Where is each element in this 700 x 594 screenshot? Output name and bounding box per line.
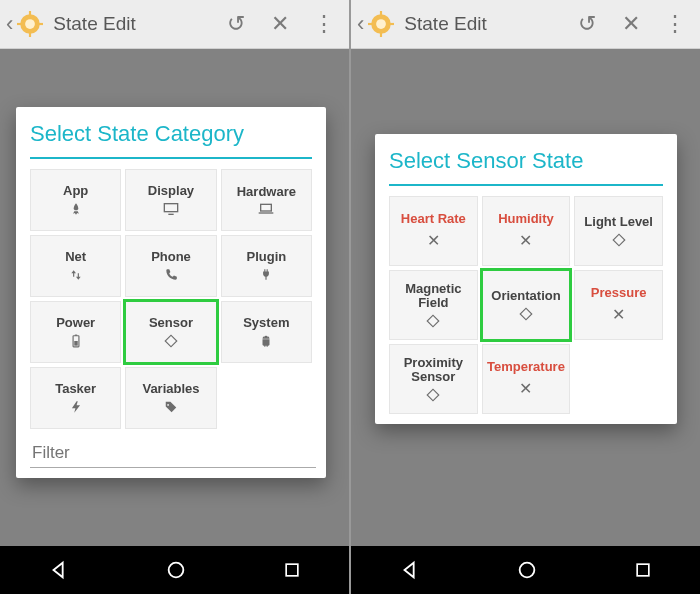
svg-point-1 (25, 19, 35, 29)
close-icon[interactable]: ✕ (612, 11, 650, 37)
sensor-temperature[interactable]: Temperature ✕ (482, 344, 571, 414)
page-title: State Edit (53, 13, 211, 35)
unavailable-icon: ✕ (519, 231, 532, 250)
nav-home-icon[interactable] (516, 559, 538, 581)
tasker-app-icon (368, 11, 394, 37)
tasker-app-icon (17, 11, 43, 37)
category-grid: App Display Hardware Net (30, 169, 312, 429)
svg-rect-4 (17, 23, 21, 25)
sensor-humidity[interactable]: Humidity ✕ (482, 196, 571, 266)
android-icon (259, 334, 273, 348)
undo-icon[interactable]: ↺ (568, 11, 606, 37)
svg-rect-21 (390, 23, 394, 25)
svg-rect-11 (74, 335, 76, 336)
category-variables[interactable]: Variables (125, 367, 216, 429)
phone-icon (164, 268, 178, 282)
sensor-heart-rate[interactable]: Heart Rate ✕ (389, 196, 478, 266)
svg-rect-2 (29, 11, 31, 15)
unavailable-icon: ✕ (519, 379, 532, 398)
nav-recent-icon[interactable] (282, 560, 302, 580)
laptop-icon (258, 203, 274, 215)
monitor-icon (163, 202, 179, 216)
nav-back-icon[interactable] (399, 559, 421, 581)
sensor-icon (612, 233, 626, 247)
back-icon[interactable]: ‹ (6, 11, 13, 37)
category-plugin[interactable]: Plugin (221, 235, 312, 297)
sensor-magnetic-field[interactable]: Magnetic Field (389, 270, 478, 340)
category-app[interactable]: App (30, 169, 121, 231)
nav-back-icon[interactable] (48, 559, 70, 581)
category-net[interactable]: Net (30, 235, 121, 297)
sensor-icon (519, 307, 533, 321)
svg-rect-8 (261, 204, 272, 211)
svg-rect-3 (29, 33, 31, 37)
page-title: State Edit (404, 13, 562, 35)
svg-rect-12 (74, 341, 78, 346)
state-category-dialog: Select State Category App Display Hardwa… (16, 107, 326, 478)
lightning-icon (70, 400, 82, 414)
dialog-title: Select Sensor State (389, 148, 663, 174)
tag-icon (164, 400, 178, 414)
svg-point-26 (519, 563, 534, 578)
topbar: ‹ State Edit ↺ ✕ ⋮ (351, 0, 700, 49)
category-tasker[interactable]: Tasker (30, 367, 121, 429)
sensor-state-dialog: Select Sensor State Heart Rate ✕ Humidit… (375, 134, 677, 424)
dialog-title: Select State Category (30, 121, 312, 147)
svg-rect-24 (520, 308, 532, 320)
sensor-icon (164, 334, 178, 348)
svg-rect-23 (428, 316, 440, 328)
rocket-icon (69, 202, 83, 216)
nav-home-icon[interactable] (165, 559, 187, 581)
svg-rect-5 (39, 23, 43, 25)
transfer-icon (70, 268, 82, 282)
more-icon[interactable]: ⋮ (656, 11, 694, 37)
svg-rect-13 (165, 335, 177, 347)
unavailable-icon: ✕ (612, 305, 625, 324)
filter-input[interactable] (30, 439, 316, 468)
category-hardware[interactable]: Hardware (221, 169, 312, 231)
divider (389, 184, 663, 186)
svg-rect-25 (428, 390, 440, 402)
sensor-pressure[interactable]: Pressure ✕ (574, 270, 663, 340)
undo-icon[interactable]: ↺ (217, 11, 255, 37)
category-sensor[interactable]: Sensor (125, 301, 216, 363)
svg-rect-18 (380, 11, 382, 15)
close-icon[interactable]: ✕ (261, 11, 299, 37)
category-power[interactable]: Power (30, 301, 121, 363)
svg-rect-15 (286, 564, 298, 576)
sensor-proximity[interactable]: Proximity Sensor (389, 344, 478, 414)
sensor-icon (426, 388, 440, 402)
battery-icon (71, 334, 81, 348)
svg-point-17 (376, 19, 386, 29)
divider (30, 157, 312, 159)
svg-rect-20 (368, 23, 372, 25)
svg-rect-22 (613, 234, 625, 246)
more-icon[interactable]: ⋮ (305, 11, 343, 37)
svg-point-14 (168, 563, 183, 578)
sensor-light-level[interactable]: Light Level (574, 196, 663, 266)
svg-rect-19 (380, 33, 382, 37)
svg-rect-6 (164, 204, 177, 212)
sensor-grid: Heart Rate ✕ Humidity ✕ Light Level Magn… (389, 196, 663, 414)
category-display[interactable]: Display (125, 169, 216, 231)
android-navbar (0, 546, 349, 594)
topbar: ‹ State Edit ↺ ✕ ⋮ (0, 0, 349, 49)
plug-icon (260, 268, 272, 282)
category-system[interactable]: System (221, 301, 312, 363)
sensor-orientation[interactable]: Orientation (482, 270, 571, 340)
category-phone[interactable]: Phone (125, 235, 216, 297)
sensor-icon (426, 314, 440, 328)
nav-recent-icon[interactable] (633, 560, 653, 580)
svg-rect-27 (637, 564, 649, 576)
back-icon[interactable]: ‹ (357, 11, 364, 37)
android-navbar (351, 546, 700, 594)
unavailable-icon: ✕ (427, 231, 440, 250)
